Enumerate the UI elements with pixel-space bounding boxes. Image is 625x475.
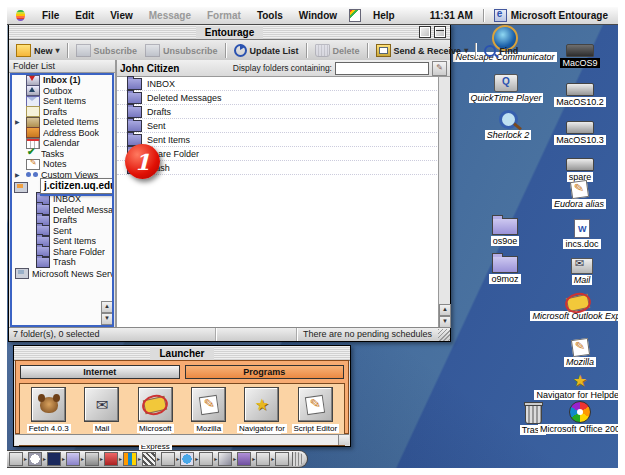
delete-button[interactable]: Delete (311, 43, 364, 58)
folder-item-inbox[interactable]: Inbox (1) (12, 75, 112, 86)
subscribe-button[interactable]: Subscribe (72, 43, 142, 58)
status-spacer (216, 328, 297, 341)
entourage-titlebar[interactable]: Entourage (9, 25, 450, 40)
folder-row-trash[interactable]: Trash (117, 161, 439, 175)
subfolder-sent[interactable]: Sent (12, 226, 112, 237)
control-strip-tab-handle[interactable] (292, 452, 304, 466)
scripts-menu-icon[interactable] (349, 9, 361, 22)
apple-menu[interactable] (7, 10, 34, 21)
folder-item-deleted-items[interactable]: Deleted Items (12, 117, 112, 128)
control-strip[interactable]: ▸ ▸ ▸ ▸ ▸ ▸ ▸ ▸ ▸ ▸ ▸ ▸ ▸ ▸ (7, 450, 308, 468)
desktop-icon-eudora-alias[interactable]: Eudora alias (524, 173, 618, 211)
misc-module-icon[interactable] (275, 452, 289, 466)
desktop-icon-microsoft-office[interactable]: Microsoft Office 200 (525, 398, 618, 436)
folder-row-sent-items[interactable]: Sent Items (117, 133, 439, 147)
folder-row-sent[interactable]: Sent (117, 119, 439, 133)
menu-message: Message (141, 7, 199, 24)
disk-module-icon[interactable] (256, 452, 270, 466)
callout-badge-1: 1 (125, 144, 160, 179)
monitor-resolution-module-icon[interactable] (9, 452, 23, 466)
desktop-icon-mail[interactable]: Mail (527, 249, 618, 287)
mail-button[interactable]: ✉ (84, 387, 119, 422)
desktop-icon-macos10-2-drive[interactable]: MacOS10.2 (525, 71, 618, 109)
screenshot-frame: File Edit View Message Format Tools Wind… (0, 0, 625, 475)
file-sharing-module-icon[interactable] (66, 452, 80, 466)
zoom-box[interactable] (419, 26, 431, 38)
mail-module-icon[interactable] (199, 452, 213, 466)
desktop-icon-incs-doc[interactable]: incs.doc (527, 213, 618, 251)
navigator-helpdesk-button[interactable]: ★ (244, 387, 279, 422)
new-button[interactable]: New (12, 43, 64, 58)
menu-tools[interactable]: Tools (249, 7, 291, 24)
disclosure-triangle-icon[interactable] (15, 118, 23, 126)
folder-item-notes[interactable]: Notes (12, 159, 112, 170)
fetch-button[interactable] (31, 387, 66, 422)
folder-row-share-folder[interactable]: Share Folder (117, 147, 439, 161)
application-menu[interactable]: Microsoft Entourage (511, 10, 618, 21)
subfolder-trash[interactable]: Trash (12, 257, 112, 268)
scroll-down-icon[interactable]: ▼ (101, 313, 113, 325)
account-name-edit-field[interactable]: j.citizen.uq.edu.au (40, 178, 114, 194)
status-schedules: There are no pending schedules (297, 328, 438, 341)
mozilla-button[interactable] (191, 387, 226, 422)
menu-help[interactable]: Help (365, 7, 403, 24)
folder-item-outbox[interactable]: Outbox (12, 86, 112, 97)
outlook-express-button[interactable] (138, 387, 173, 422)
script-editor-button[interactable] (298, 387, 333, 422)
tab-internet[interactable]: Internet (20, 365, 180, 379)
folder-item-news-server[interactable]: Microsoft News Server (12, 268, 112, 280)
folder-item-drafts[interactable]: Drafts (12, 107, 112, 118)
subfolder-deleted-messages[interactable]: Deleted Messages (12, 205, 112, 216)
scroll-up-icon[interactable]: ▲ (439, 304, 451, 316)
menu-view[interactable]: View (102, 7, 141, 24)
talk-module-icon[interactable] (237, 452, 251, 466)
find-button[interactable]: Find (480, 44, 522, 58)
folder-row-inbox[interactable]: INBOX (117, 77, 439, 91)
quicktime-module-icon[interactable] (180, 452, 194, 466)
collapse-box[interactable] (434, 26, 446, 38)
subfolder-drafts[interactable]: Drafts (12, 215, 112, 226)
update-list-button[interactable]: Update List (230, 43, 303, 58)
monitor-depth-module-icon[interactable] (123, 452, 137, 466)
resize-grip-icon[interactable] (438, 329, 450, 341)
module-arrow-icon: ▸ (100, 453, 103, 465)
desktop-icon-macos9-drive[interactable]: MacOS9 (525, 32, 618, 70)
scroll-up-icon[interactable]: ▲ (101, 301, 113, 313)
filter-input[interactable] (335, 62, 429, 75)
subfolder-inbox[interactable]: INBOX (12, 194, 112, 205)
menu-bar: File Edit View Message Format Tools Wind… (7, 7, 618, 25)
folder-item-tasks[interactable]: Tasks (12, 149, 112, 160)
unsubscribe-button[interactable]: Unsubscribe (141, 43, 222, 58)
scrollbar-button[interactable] (338, 435, 349, 445)
launcher-hscrollbar[interactable] (15, 434, 349, 445)
launcher-titlebar[interactable]: Launcher (14, 346, 350, 361)
menu-edit[interactable]: Edit (67, 7, 102, 24)
clock-module-icon[interactable] (28, 452, 42, 466)
desktop-icon-navigator-helpdesk[interactable]: ★Navigator for Helpdes (525, 364, 618, 402)
send-receive-button[interactable]: Send & Receive (372, 43, 473, 58)
folder-icon (127, 106, 142, 118)
printer-module-icon[interactable] (161, 452, 175, 466)
tab-programs[interactable]: Programs (185, 365, 345, 379)
disclosure-triangle-icon[interactable] (15, 171, 23, 179)
launcher-body: Internet Programs Fetch 4.0.3 ✉Mail Micr… (15, 360, 349, 434)
desktop-icon-macos10-3-drive[interactable]: MacOS10.3 (525, 109, 618, 147)
subfolder-share-folder[interactable]: Share Folder (12, 247, 112, 258)
folder-item-sent-items[interactable]: Sent Items (12, 96, 112, 107)
menu-file[interactable]: File (34, 7, 67, 24)
security-lock-module-icon[interactable] (85, 452, 99, 466)
new-document-icon (16, 44, 31, 57)
desktop-pattern-module-icon[interactable] (142, 452, 156, 466)
energy-saver-module-icon[interactable] (47, 452, 61, 466)
folder-view-scrollbar[interactable]: ▲ ▼ (438, 77, 450, 328)
folder-list-scrollbar[interactable]: ▲ ▼ (101, 301, 112, 325)
folder-item-address-book[interactable]: Address Book (12, 128, 112, 139)
folder-row-drafts[interactable]: Drafts (117, 105, 439, 119)
subfolder-sent-items[interactable]: Sent Items (12, 236, 112, 247)
filter-edit-icon[interactable] (432, 61, 447, 76)
printer-selector-module-icon[interactable] (104, 452, 118, 466)
sound-volume-module-icon[interactable] (218, 452, 232, 466)
folder-row-deleted-messages[interactable]: Deleted Messages (117, 91, 439, 105)
menu-window[interactable]: Window (291, 7, 345, 24)
desktop-icon-outlook-express[interactable]: Microsoft Outlook Expr (523, 285, 618, 323)
